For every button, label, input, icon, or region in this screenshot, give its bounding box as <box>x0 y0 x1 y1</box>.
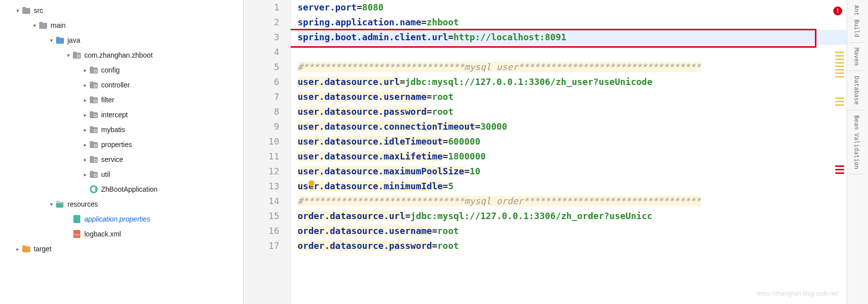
tree-item-label: config <box>101 66 120 74</box>
error-stripe[interactable] <box>835 50 844 176</box>
line-number: 2 <box>244 15 279 30</box>
fi-props-icon <box>72 215 81 223</box>
tree-item-zhbootapplication[interactable]: ZhBootApplication <box>0 182 243 197</box>
line-number: 13 <box>244 179 279 194</box>
line-number: 5 <box>244 60 279 75</box>
tree-item-target[interactable]: ▸target <box>0 241 243 256</box>
chevron-right-icon[interactable]: ▸ <box>81 111 89 119</box>
fo-gray-icon <box>89 155 98 163</box>
svg-point-7 <box>94 100 96 102</box>
line-number: 10 <box>244 134 279 149</box>
svg-rect-20 <box>75 217 79 218</box>
chevron-right-icon[interactable]: ▸ <box>81 96 89 104</box>
tree-item-intercept[interactable]: ▸intercept <box>0 107 243 122</box>
line-gutter: 1234567891011121314151617 <box>244 0 291 304</box>
line-number: 8 <box>244 104 279 119</box>
chevron-right-icon[interactable]: ▸ <box>81 155 89 163</box>
svg-point-13 <box>94 145 96 147</box>
tree-item-properties[interactable]: ▸properties <box>0 137 243 152</box>
code-line-14[interactable]: #******************************mysql ord… <box>298 194 868 209</box>
chevron-right-icon[interactable]: ▸ <box>14 245 22 253</box>
tool-tabs-right[interactable]: Ant BuildMavenDatabaseBean Validation <box>847 0 868 304</box>
tree-item-resources[interactable]: ▾resources <box>0 197 243 212</box>
tree-item-label: java <box>67 36 80 44</box>
chevron-down-icon[interactable]: ▾ <box>48 200 56 208</box>
tree-item-java[interactable]: ▾java <box>0 33 243 48</box>
code-line-17[interactable]: order.datasource.password=root <box>298 238 868 253</box>
fo-teal-icon <box>56 200 64 208</box>
tree-item-config[interactable]: ▸config <box>0 63 243 77</box>
tree-item-label: mybatis <box>101 126 125 134</box>
code-line-10[interactable]: user.datasource.idleTimeout=600000 <box>298 134 868 149</box>
code-line-6[interactable]: user.datasource.url=jdbc:mysql://127.0.0… <box>298 75 868 89</box>
spacer <box>81 185 89 193</box>
fi-xml-icon: </> <box>72 230 81 238</box>
code-line-7[interactable]: user.datasource.username=root <box>298 89 868 104</box>
svg-rect-22 <box>75 221 77 222</box>
code-line-3[interactable]: spring.boot.admin.client.url=http://loca… <box>298 30 868 45</box>
svg-point-17 <box>94 174 96 176</box>
chevron-right-icon[interactable]: ▸ <box>81 141 89 149</box>
code-line-1[interactable]: server.port=8080 <box>298 0 868 15</box>
intention-bulb-icon[interactable] <box>307 179 316 188</box>
chevron-right-icon[interactable]: ▸ <box>81 126 89 134</box>
chevron-right-icon[interactable]: ▸ <box>81 170 89 178</box>
tree-item-service[interactable]: ▸service <box>0 152 243 167</box>
line-number: 12 <box>244 164 279 179</box>
fo-gray-icon <box>89 126 98 134</box>
tree-item-label: logback.xml <box>84 230 121 238</box>
code-line-13[interactable]: user.datasource.minimumIdle=5 <box>298 179 868 194</box>
project-tree[interactable]: ▾src▾main▾java▾com.zhanghan.zhboot▸confi… <box>0 0 244 304</box>
tree-item-label: controller <box>101 81 130 89</box>
tree-item-logback-xml[interactable]: </>logback.xml <box>0 227 243 241</box>
chevron-down-icon[interactable]: ▾ <box>31 21 39 29</box>
tree-item-controller[interactable]: ▸controller <box>0 77 243 92</box>
line-number: 17 <box>244 238 279 253</box>
tree-item-label: service <box>101 155 123 163</box>
tree-item-main[interactable]: ▾main <box>0 18 243 33</box>
tree-item-label: intercept <box>101 111 128 119</box>
code-line-16[interactable]: order.datasource.username=root <box>298 224 868 238</box>
line-number: 4 <box>244 45 279 60</box>
tree-item-label: resources <box>67 200 98 208</box>
tree-item-com-zhanghan-zhboot[interactable]: ▾com.zhanghan.zhboot <box>0 48 243 63</box>
chevron-right-icon[interactable]: ▸ <box>81 66 89 74</box>
tool-tab-database[interactable]: Database <box>847 71 866 110</box>
error-icon[interactable]: ! <box>833 5 842 14</box>
code-line-15[interactable]: order.datasource.url=jdbc:mysql://127.0.… <box>298 209 868 224</box>
chevron-down-icon[interactable]: ▾ <box>48 36 56 44</box>
watermark: https://zhanghan.blog.csdn.net <box>757 286 838 301</box>
line-number: 15 <box>244 209 279 224</box>
fo-blue-icon <box>56 36 64 44</box>
tree-item-filter[interactable]: ▸filter <box>0 92 243 107</box>
line-number: 14 <box>244 194 279 209</box>
tree-item-label: application.properties <box>84 215 150 223</box>
line-number: 7 <box>244 89 279 104</box>
tree-item-label: ZhBootApplication <box>101 185 158 193</box>
code-editor[interactable]: 1234567891011121314151617 server.port=80… <box>244 0 868 304</box>
chevron-down-icon[interactable]: ▾ <box>64 51 72 59</box>
code-line-4[interactable] <box>298 45 868 60</box>
code-line-11[interactable]: user.datasource.maxLifetime=1800000 <box>298 149 868 164</box>
tree-item-application-properties[interactable]: application.properties <box>0 212 243 227</box>
tool-tab-bean-validation[interactable]: Bean Validation <box>847 110 866 174</box>
svg-text:!: ! <box>837 7 839 14</box>
code-line-9[interactable]: user.datasource.connectionTimeout=30000 <box>298 119 868 134</box>
code-area[interactable]: server.port=8080spring.application.name=… <box>291 0 868 304</box>
tree-item-src[interactable]: ▾src <box>0 3 243 18</box>
tool-tab-ant-build[interactable]: Ant Build <box>847 0 866 43</box>
code-line-12[interactable]: user.datasource.maximumPoolSize=10 <box>298 164 868 179</box>
tool-tab-maven[interactable]: Maven <box>847 43 866 71</box>
tree-item-label: target <box>34 245 52 253</box>
svg-rect-21 <box>75 219 79 220</box>
code-line-2[interactable]: spring.application.name=zhboot <box>298 15 868 30</box>
code-line-5[interactable]: #******************************mysql use… <box>298 60 868 75</box>
code-line-8[interactable]: user.datasource.password=root <box>298 104 868 119</box>
chevron-right-icon[interactable]: ▸ <box>81 81 89 89</box>
chevron-down-icon[interactable]: ▾ <box>14 6 22 14</box>
tree-item-mybatis[interactable]: ▸mybatis <box>0 122 243 137</box>
line-number: 16 <box>244 224 279 238</box>
tree-item-util[interactable]: ▸util <box>0 167 243 182</box>
line-number: 1 <box>244 0 279 15</box>
svg-point-9 <box>94 115 96 117</box>
